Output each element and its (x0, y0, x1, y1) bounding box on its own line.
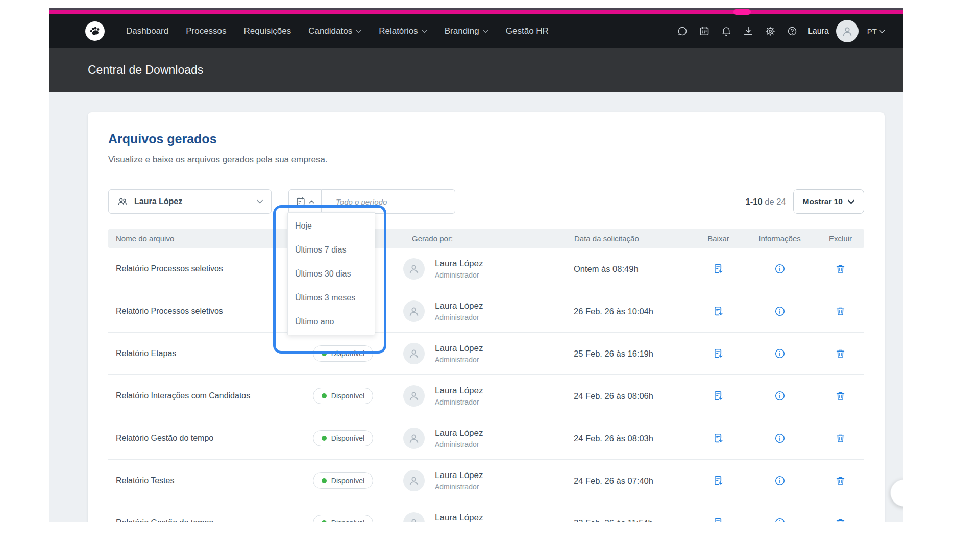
table-row: Relatório Testes Disponível (108, 460, 864, 502)
info-icon[interactable] (773, 346, 787, 361)
calendar-icon[interactable] (699, 26, 710, 37)
info-icon[interactable] (773, 304, 787, 318)
info-cell (743, 431, 817, 445)
download-icon[interactable] (743, 26, 754, 37)
file-download-icon[interactable] (712, 262, 726, 276)
nav-right-cluster: Laura PT (666, 20, 885, 42)
trash-icon[interactable] (834, 346, 848, 361)
nav-menu-item-label: Requisições (244, 26, 291, 36)
app-viewport: Dashboard Processos Requisições (49, 8, 903, 522)
period-dropdown-menu: Hoje Últimos 7 dias Últimos 30 dias Últi… (287, 212, 375, 335)
status-cell: Disponível (300, 472, 386, 489)
status-badge: Disponível (313, 345, 373, 362)
table-row: Relatório Etapas Disponível (108, 333, 864, 375)
page-size-button[interactable]: Mostrar 10 (793, 189, 864, 214)
period-option[interactable]: Hoje (288, 214, 375, 238)
page-body: Arquivos gerados Visualize e baixe os ar… (49, 112, 903, 522)
info-icon[interactable] (773, 516, 787, 522)
info-icon[interactable] (773, 473, 787, 488)
trash-icon[interactable] (834, 431, 848, 445)
generated-by-text: Laura López Administrador (435, 301, 483, 321)
generated-by-cell: Laura López Administrador (386, 258, 561, 280)
file-download-icon[interactable] (712, 516, 726, 522)
info-cell (743, 473, 817, 488)
nav-menu-item-label: Branding (445, 26, 479, 36)
avatar (403, 258, 425, 280)
trash-icon[interactable] (834, 516, 848, 522)
nav-menu-item-label: Candidatos (308, 26, 352, 36)
download-cell (694, 516, 743, 522)
column-header-generated-by: Gerado por: (386, 234, 561, 243)
generated-by-text: Laura López Administrador (435, 259, 483, 279)
card-title: Arquivos gerados (108, 132, 864, 146)
status-label: Disponível (331, 434, 364, 442)
download-cell (694, 473, 743, 488)
generated-by-role: Administrador (435, 356, 483, 364)
table-row: Relatório Interações com Candidatos Disp… (108, 375, 864, 417)
file-download-icon[interactable] (712, 473, 726, 488)
status-badge: Disponível (313, 388, 373, 404)
info-icon[interactable] (773, 262, 787, 276)
user-filter-select[interactable]: Laura López (108, 189, 272, 214)
column-header-info: Informações (743, 234, 817, 243)
file-download-icon[interactable] (712, 346, 726, 361)
info-cell (743, 346, 817, 361)
download-cell (694, 346, 743, 361)
avatar[interactable] (836, 20, 859, 42)
status-badge: Disponível (313, 472, 373, 489)
period-input[interactable] (322, 189, 455, 214)
table-row: Relatório Gestão do tempo Disponível (108, 417, 864, 460)
trash-icon[interactable] (834, 473, 848, 488)
period-option[interactable]: Último ano (288, 310, 375, 334)
page-header: Central de Downloads (49, 48, 903, 92)
nav-menu-item[interactable]: Gestão HR (506, 26, 549, 36)
generated-by-cell: Laura López Administrador (386, 512, 561, 522)
file-download-icon[interactable] (712, 389, 726, 403)
period-calendar-button[interactable] (288, 189, 322, 214)
generated-by-name: Laura López (435, 259, 483, 269)
info-icon[interactable] (773, 389, 787, 403)
period-option[interactable]: Últimos 30 dias (288, 262, 375, 286)
trash-icon[interactable] (834, 262, 848, 276)
file-download-icon[interactable] (712, 431, 726, 445)
status-cell: Disponível (300, 388, 386, 404)
avatar (403, 512, 425, 522)
chat-icon[interactable] (677, 26, 688, 37)
info-icon[interactable] (773, 431, 787, 445)
pagination-total: de 24 (765, 197, 786, 206)
chevron-down-icon (848, 199, 854, 204)
nav-menu-item-label: Relatórios (379, 26, 418, 36)
period-option[interactable]: Últimos 7 dias (288, 238, 375, 262)
delete-cell (817, 262, 864, 276)
nav-menu-item[interactable]: Branding (445, 26, 488, 36)
period-option[interactable]: Últimos 3 meses (288, 286, 375, 310)
info-cell (743, 389, 817, 403)
file-name: Relatório Testes (108, 476, 300, 485)
nav-menu-item[interactable]: Processos (186, 26, 226, 36)
pagination: 1-10 de 24 Mostrar 10 (746, 189, 864, 214)
gear-icon[interactable] (765, 26, 776, 37)
file-download-icon[interactable] (712, 304, 726, 318)
status-label: Disponível (331, 392, 364, 400)
delete-cell (817, 431, 864, 445)
nav-menu-item[interactable]: Requisições (244, 26, 291, 36)
delete-cell (817, 516, 864, 522)
help-icon[interactable] (787, 26, 798, 37)
user-filter-value: Laura López (134, 197, 182, 206)
nav-menu-item[interactable]: Dashboard (126, 26, 168, 36)
files-table: Nome do arquivo Gerado por: Data da soli… (108, 229, 864, 522)
nav-menu-item[interactable]: Candidatos (308, 26, 361, 36)
nav-menu-item[interactable]: Relatórios (379, 26, 427, 36)
status-label: Disponível (331, 477, 364, 485)
request-date: Ontem às 08:49h (561, 264, 694, 274)
status-dot-icon (322, 351, 327, 356)
generated-by-name: Laura López (435, 513, 483, 522)
trash-icon[interactable] (834, 304, 848, 318)
app-logo[interactable] (85, 21, 105, 41)
language-selector[interactable]: PT (867, 27, 885, 36)
file-name: Relatório Interações com Candidatos (108, 391, 300, 400)
status-dot-icon (322, 478, 327, 483)
trash-icon[interactable] (834, 389, 848, 403)
bell-icon[interactable] (721, 26, 732, 37)
table-row: Relatório Processos seletivos Disponível (108, 290, 864, 333)
